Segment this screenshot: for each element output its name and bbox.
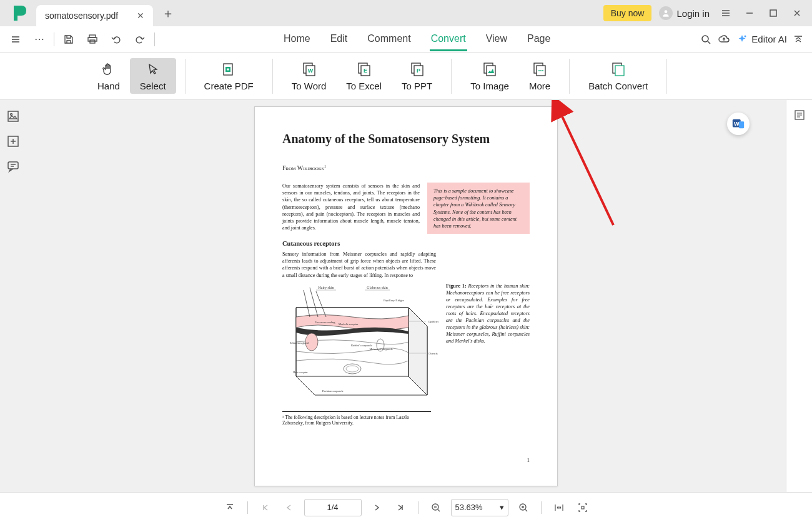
floating-word-icon[interactable]: W [727, 113, 750, 135]
fit-page-icon[interactable] [574, 499, 592, 516]
excel-icon: E [357, 61, 372, 78]
buy-now-button[interactable]: Buy now [603, 5, 652, 21]
source-label: From Wikibooks1 [282, 164, 530, 171]
right-sidebar [786, 100, 812, 492]
hamburger-icon[interactable] [715, 4, 737, 23]
search-icon[interactable] [700, 34, 711, 45]
menu-tabs: Home Edit Comment Convert View Page [282, 27, 552, 51]
batch-convert-button[interactable]: Batch Convert [578, 58, 658, 94]
tab-title: somatosensory.pdf [45, 11, 118, 21]
properties-icon[interactable] [793, 109, 806, 121]
svg-point-22 [538, 70, 540, 71]
document-title: Anatomy of the Somatosensory System [282, 132, 530, 146]
zoom-level[interactable]: 53.63% ▾ [451, 499, 508, 516]
menu-icon[interactable] [4, 28, 27, 51]
cursor-icon [146, 61, 161, 78]
svg-text:Epidermis: Epidermis [428, 320, 438, 323]
statusbar: 1/4 53.63% ▾ [0, 492, 812, 522]
figure-1: Hairy skin Glabrous skin Papillary Ridge… [282, 283, 438, 401]
print-icon[interactable] [81, 28, 104, 51]
to-ppt-button[interactable]: P To PPT [392, 58, 442, 94]
fit-width-icon[interactable] [550, 499, 568, 516]
scroll-top-icon[interactable] [221, 499, 239, 516]
cloud-icon[interactable] [718, 33, 730, 46]
collapse-ribbon-icon[interactable] [793, 34, 803, 44]
svg-text:Papillary Ridges: Papillary Ridges [384, 299, 404, 302]
svg-point-6 [745, 35, 746, 37]
svg-rect-30 [8, 162, 18, 169]
to-word-button[interactable]: W To Word [282, 58, 337, 94]
tab-home[interactable]: Home [282, 27, 312, 51]
zoom-in-icon[interactable] [515, 499, 532, 516]
create-pdf-button[interactable]: Create PDF [194, 58, 264, 94]
select-tool-button[interactable]: Select [130, 58, 176, 94]
svg-rect-61 [582, 506, 584, 509]
save-icon[interactable] [57, 28, 81, 51]
ribbon: Hand Select Create PDF W To Word E To Ex… [0, 53, 812, 100]
hand-tool-button[interactable]: Hand [87, 58, 130, 94]
ppt-icon: P [410, 61, 425, 78]
document-tab[interactable]: somatosensory.pdf ✕ [36, 5, 153, 26]
next-page-icon[interactable] [368, 499, 385, 516]
document-canvas[interactable]: Anatomy of the Somatosensory System From… [26, 100, 786, 492]
svg-text:E: E [364, 68, 367, 74]
word-icon: W [302, 61, 317, 78]
tab-page[interactable]: Page [526, 27, 552, 51]
svg-text:Glabrous skin: Glabrous skin [367, 286, 388, 289]
svg-text:Ruffini's corpuscle: Ruffini's corpuscle [351, 344, 372, 347]
new-tab-button[interactable]: ＋ [162, 5, 174, 22]
svg-text:W: W [307, 68, 313, 74]
svg-point-5 [702, 36, 708, 42]
page: Anatomy of the Somatosensory System From… [254, 106, 558, 486]
svg-point-28 [11, 114, 12, 116]
close-tab-icon[interactable]: ✕ [137, 11, 144, 21]
svg-point-0 [665, 10, 668, 13]
thumbnails-icon[interactable] [6, 109, 21, 124]
svg-text:Dermis: Dermis [428, 352, 438, 355]
hand-icon [101, 61, 116, 78]
undo-icon[interactable] [104, 28, 128, 51]
more-icon[interactable]: ⋯ [27, 28, 51, 51]
image-icon [482, 61, 497, 78]
app-logo [10, 3, 30, 23]
comment-panel-icon[interactable] [6, 159, 21, 174]
maximize-icon[interactable] [762, 4, 785, 23]
svg-text:Sebaceous gland: Sebaceous gland [290, 341, 309, 344]
batch-icon [611, 61, 626, 78]
svg-rect-3 [88, 38, 97, 41]
subheading: Cutaneous receptors [282, 240, 530, 247]
intro-paragraph: Our somatosensory system consists of sen… [282, 183, 420, 234]
more-button[interactable]: More [519, 58, 560, 94]
svg-text:P: P [417, 68, 420, 74]
to-image-button[interactable]: To Image [460, 58, 519, 94]
svg-text:Merkel's receptor: Merkel's receptor [339, 323, 359, 326]
left-sidebar [0, 100, 26, 492]
first-page-icon[interactable] [257, 499, 274, 516]
more-dots-icon [532, 61, 547, 78]
callout-box: This is a sample document to showcase pa… [427, 183, 530, 234]
svg-rect-19 [487, 66, 495, 76]
editor-ai-button[interactable]: Editor AI [736, 34, 787, 45]
redo-icon[interactable] [128, 28, 152, 51]
to-excel-button[interactable]: E To Excel [336, 58, 392, 94]
quick-toolbar: ⋯ Home Edit Comment Convert View Page Ed… [0, 26, 812, 53]
sparkle-icon [736, 34, 748, 45]
bookmark-icon[interactable] [6, 134, 21, 149]
page-indicator[interactable]: 1/4 [304, 499, 362, 516]
workspace: Anatomy of the Somatosensory System From… [0, 100, 812, 492]
avatar-icon [659, 6, 673, 20]
tab-view[interactable]: View [485, 27, 508, 51]
last-page-icon[interactable] [392, 499, 409, 516]
close-window-icon[interactable] [786, 4, 808, 23]
tab-convert[interactable]: Convert [430, 27, 467, 51]
figure-caption: Figure 1: Figure 1: Receptors in the hum… [446, 283, 530, 401]
page-number: 1 [527, 457, 530, 463]
tab-comment[interactable]: Comment [366, 27, 412, 51]
prev-page-icon[interactable] [280, 499, 298, 516]
window-controls [715, 4, 808, 23]
tab-edit[interactable]: Edit [329, 27, 349, 51]
zoom-out-icon[interactable] [427, 499, 445, 516]
minimize-icon[interactable] [738, 4, 761, 23]
login-button[interactable]: Login in [659, 6, 710, 20]
tab-wrap: somatosensory.pdf ✕ ＋ [36, 0, 174, 26]
